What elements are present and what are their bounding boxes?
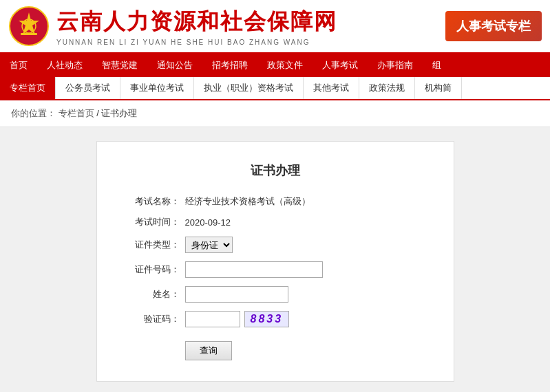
nav-zhengcewenjian[interactable]: 政策文件 [257, 54, 313, 77]
exam-time-label: 考试时间： [125, 216, 180, 228]
site-title-block: 云南人力资源和社会保障网 YUNNAN REN LI ZI YUAN HE SH… [56, 7, 337, 46]
exam-time-value: 2020-09-12 [185, 217, 231, 228]
site-title-en: YUNNAN REN LI ZI YUAN HE SHE HUI BAO ZHA… [56, 39, 337, 46]
cert-no-label: 证件号码： [125, 263, 180, 276]
emblem-icon [8, 6, 50, 47]
captcha-label: 验证码： [125, 313, 180, 325]
query-button[interactable]: 查询 [185, 341, 232, 360]
subnav-zhengcefagui[interactable]: 政策法规 [359, 77, 415, 99]
nav-more[interactable]: 组 [423, 54, 451, 77]
captcha-row: 验证码： 8833 [125, 311, 426, 327]
name-input[interactable] [185, 286, 288, 303]
subnav-gongwuyuan[interactable]: 公务员考试 [56, 77, 120, 99]
subnav-zhuanlan[interactable]: 专栏首页 [0, 77, 56, 99]
breadcrumb: 你的位置： 专栏首页 / 证书办理 [0, 100, 550, 127]
nav-renshikaoshi[interactable]: 人事考试 [313, 54, 368, 77]
exam-name-label: 考试名称： [125, 195, 180, 208]
logo-block: 云南人力资源和社会保障网 YUNNAN REN LI ZI YUAN HE SH… [8, 6, 337, 47]
nav-zhaokaozhaoping[interactable]: 招考招聘 [202, 54, 257, 77]
nav-tongzhigonggao[interactable]: 通知公告 [147, 54, 202, 77]
main-content: 证书办理 考试名称： 经济专业技术资格考试（高级） 考试时间： 2020-09-… [0, 127, 550, 392]
cert-type-row: 证件类型： 身份证 护照 其他 [125, 237, 426, 253]
breadcrumb-current: 证书办理 [101, 108, 137, 118]
subnav-qita[interactable]: 其他考试 [304, 77, 359, 99]
cert-no-row: 证件号码： [125, 261, 426, 278]
captcha-image[interactable]: 8833 [244, 311, 290, 327]
subnav-jigou[interactable]: 机构简 [415, 77, 462, 99]
nav-zhihuijiangjian[interactable]: 智慧党建 [92, 54, 147, 77]
exam-name-value: 经济专业技术资格考试（高级） [185, 195, 310, 208]
main-nav: 首页 人社动态 智慧党建 通知公告 招考招聘 政策文件 人事考试 办事指南 组 [0, 54, 550, 77]
nav-home[interactable]: 首页 [0, 54, 37, 77]
form-card: 证书办理 考试名称： 经济专业技术资格考试（高级） 考试时间： 2020-09-… [96, 141, 454, 382]
cert-type-select[interactable]: 身份证 护照 其他 [185, 237, 233, 253]
form-title: 证书办理 [125, 162, 426, 179]
exam-time-row: 考试时间： 2020-09-12 [125, 216, 426, 228]
cert-type-label: 证件类型： [125, 239, 180, 251]
captcha-input[interactable] [185, 311, 240, 327]
svg-rect-3 [21, 33, 37, 35]
query-button-row: 查询 [125, 336, 426, 360]
site-title-cn: 云南人力资源和社会保障网 [56, 7, 337, 37]
name-row: 姓名： [125, 286, 426, 303]
sub-nav: 专栏首页 公务员考试 事业单位考试 执业（职业）资格考试 其他考试 政策法规 机… [0, 77, 550, 100]
breadcrumb-home-link[interactable]: 专栏首页 [59, 108, 94, 118]
subnav-zhiye[interactable]: 执业（职业）资格考试 [194, 77, 304, 99]
exam-name-row: 考试名称： 经济专业技术资格考试（高级） [125, 195, 426, 208]
exam-badge: 人事考试专栏 [445, 11, 542, 41]
subnav-shiyedanwei[interactable]: 事业单位考试 [120, 77, 194, 99]
nav-renshidongtai[interactable]: 人社动态 [37, 54, 92, 77]
header: 云南人力资源和社会保障网 YUNNAN REN LI ZI YUAN HE SH… [0, 0, 550, 54]
cert-no-input[interactable] [185, 261, 323, 278]
captcha-container: 8833 [185, 311, 290, 327]
name-label: 姓名： [125, 288, 180, 301]
nav-banshizhinan[interactable]: 办事指南 [368, 54, 423, 77]
